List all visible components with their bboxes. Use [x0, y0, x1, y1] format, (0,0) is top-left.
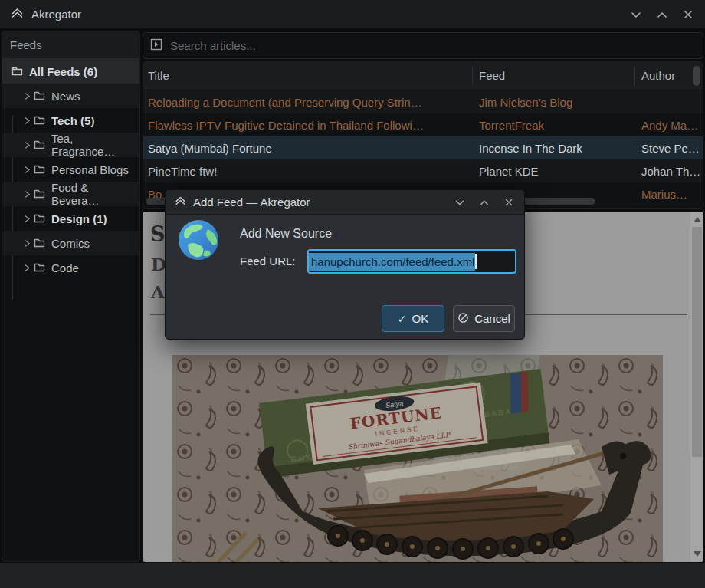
column-header-feed[interactable]: Feed	[473, 67, 635, 85]
article-date-fragment: D	[151, 254, 166, 274]
sidebar-item-code[interactable]: Code	[2, 255, 139, 280]
status-bar	[0, 563, 705, 588]
dialog-minimize-icon[interactable]	[452, 195, 467, 210]
sidebar-item-news[interactable]: News	[2, 84, 139, 108]
folder-icon	[34, 188, 45, 201]
article-feed: Incense In The Dark	[473, 142, 635, 155]
sidebar-item-tech[interactable]: Tech (5)	[2, 108, 139, 133]
feeds-sidebar: Feeds All Feeds (6) News Tech (5) Tea,	[2, 31, 140, 562]
article-feed: Planet KDE	[473, 165, 635, 178]
feeds-panel-title: Feeds	[2, 31, 139, 59]
content-scrollbar-thumb[interactable]	[692, 227, 702, 457]
sidebar-item-label: Design (1)	[51, 212, 107, 225]
dialog-title: Add Feed — Akregator	[193, 195, 310, 209]
folder-icon	[34, 114, 45, 127]
sidebar-item-label: Food & Bevera…	[51, 181, 139, 207]
feed-url-value: hanupchurch.com/feed/feed.xml	[309, 253, 475, 271]
chevron-right-icon[interactable]	[24, 237, 31, 250]
article-author: Johan Th…	[635, 165, 703, 178]
sidebar-item-label: Tea, Fragrance…	[51, 132, 139, 158]
article-feed: Jim Nielsen’s Blog	[473, 96, 635, 109]
akregator-app-icon	[175, 195, 186, 209]
column-header-title[interactable]: Title	[143, 67, 473, 85]
table-row[interactable]: Flawless IPTV Fugitive Detained in Thail…	[143, 113, 703, 136]
window-titlebar: Akregator	[0, 0, 705, 29]
add-feed-dialog: Add Feed — Akregator	[165, 189, 525, 340]
sidebar-item-personal-blogs[interactable]: Personal Blogs	[2, 157, 139, 182]
dialog-titlebar: Add Feed — Akregator	[166, 190, 524, 215]
chevron-right-icon[interactable]	[24, 114, 31, 127]
feed-url-input[interactable]: hanupchurch.com/feed/feed.xml	[307, 249, 516, 274]
list-vertical-scrollbar[interactable]	[693, 66, 700, 86]
sidebar-item-tea-fragrance[interactable]: Tea, Fragrance…	[2, 133, 139, 157]
sidebar-item-food-beverage[interactable]: Food & Bevera…	[2, 182, 139, 206]
sidebar-item-design[interactable]: Design (1)	[2, 206, 139, 231]
sidebar-item-comics[interactable]: Comics	[2, 231, 139, 255]
cancel-button-label: Cancel	[474, 312, 510, 325]
article-title: Satya (Mumbai) Fortune	[143, 142, 473, 155]
sidebar-item-label: Tech (5)	[51, 114, 94, 127]
folder-icon	[11, 65, 23, 78]
folder-icon	[34, 212, 45, 225]
article-author: Marius…	[635, 188, 703, 201]
akregator-app-icon	[11, 6, 24, 22]
close-icon[interactable]	[680, 7, 696, 22]
chevron-right-icon[interactable]	[24, 163, 31, 176]
article-author: Steve Pe…	[635, 142, 703, 155]
folder-icon	[34, 237, 45, 250]
sidebar-item-label: News	[51, 90, 80, 103]
scroll-down-icon[interactable]	[694, 551, 701, 557]
search-filter-icon[interactable]	[150, 38, 162, 54]
sidebar-item-all-feeds[interactable]: All Feeds (6)	[2, 59, 139, 84]
table-row[interactable]: PineTime ftw! Planet KDE Johan Th…	[143, 159, 703, 182]
article-title: PineTime ftw!	[143, 165, 473, 178]
table-row-selected[interactable]: Satya (Mumbai) Fortune Incense In The Da…	[143, 136, 703, 159]
sidebar-item-label: All Feeds (6)	[29, 65, 97, 78]
article-author: Andy Ma…	[635, 119, 703, 132]
folder-icon	[34, 90, 45, 103]
chevron-right-icon[interactable]	[24, 90, 31, 103]
dialog-close-icon[interactable]	[501, 195, 516, 210]
akregator-window: Akregator Feeds All Feeds (6)	[0, 0, 705, 588]
article-author-fragment: A	[151, 281, 165, 302]
folder-icon	[34, 163, 45, 176]
cancel-icon	[457, 312, 469, 326]
chevron-right-icon[interactable]	[24, 212, 31, 225]
check-icon: ✓	[398, 313, 407, 325]
content-vertical-scrollbar[interactable]	[690, 212, 703, 562]
ok-button-label: OK	[412, 312, 429, 325]
chevron-right-icon[interactable]	[24, 188, 31, 201]
article-list-header: Title Feed Author	[143, 62, 703, 90]
search-placeholder: Search articles...	[170, 39, 256, 52]
article-photo-incense-boat: CHAMPA SAIBABA Satya FORTUNE INCENSE Shr…	[172, 355, 663, 562]
window-title: Akregator	[31, 8, 81, 21]
chevron-right-icon[interactable]	[24, 261, 31, 274]
article-title: Flawless IPTV Fugitive Detained in Thail…	[143, 119, 473, 132]
folder-icon	[34, 261, 45, 274]
globe-icon	[177, 218, 220, 264]
dialog-heading: Add New Source	[240, 227, 332, 241]
sidebar-item-label: Comics	[51, 237, 90, 250]
text-caret	[475, 254, 477, 269]
dialog-maximize-icon[interactable]	[477, 195, 492, 210]
maximize-icon[interactable]	[654, 7, 670, 22]
sidebar-item-label: Code	[51, 261, 79, 274]
article-list: Title Feed Author Reloading a Document (…	[143, 61, 703, 209]
chevron-right-icon[interactable]	[24, 139, 31, 152]
sidebar-item-label: Personal Blogs	[51, 163, 129, 176]
ok-button[interactable]: ✓ OK	[382, 305, 444, 332]
article-title: Reloading a Document (and Preserving Que…	[143, 96, 473, 109]
scroll-up-icon[interactable]	[694, 217, 701, 222]
folder-icon	[34, 139, 45, 152]
feed-url-label: Feed URL:	[240, 255, 296, 268]
table-row[interactable]: Reloading a Document (and Preserving Que…	[143, 90, 703, 113]
dialog-body: Add New Source Feed URL: hanupchurch.com…	[166, 215, 524, 340]
article-feed: TorrentFreak	[473, 119, 635, 132]
search-input[interactable]: Search articles...	[143, 32, 703, 59]
minimize-icon[interactable]	[628, 7, 644, 22]
cancel-button[interactable]: Cancel	[453, 305, 515, 332]
